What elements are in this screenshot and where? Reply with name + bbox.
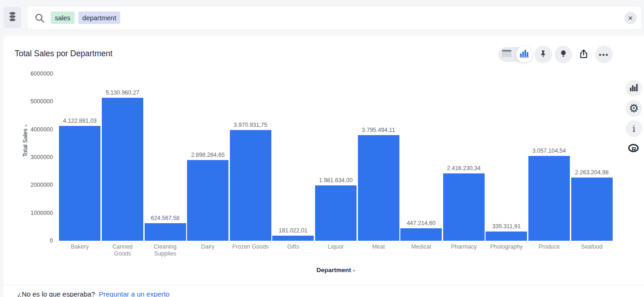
bar-slot: 3.795.494,11 xyxy=(357,74,400,241)
data-source-button[interactable] xyxy=(4,7,21,28)
bar-slot: 2.263.204,98 xyxy=(570,74,613,241)
bar-value-label: 3.970.931,75 xyxy=(234,122,267,128)
bar-slot: 1.981.634,00 xyxy=(315,74,357,241)
top-bar: sales department ✕ xyxy=(0,0,644,36)
bar-value-label: 5.130.960,27 xyxy=(105,89,139,96)
x-axis-category-label[interactable]: Produce xyxy=(528,244,571,257)
bar-photography[interactable] xyxy=(486,232,527,241)
bar-value-label: 3.795.494,11 xyxy=(362,127,395,133)
viz-type-toggle xyxy=(498,47,532,62)
y-axis-tick: 5000000 xyxy=(4,98,53,105)
database-icon xyxy=(8,12,17,24)
bar-value-label: 1.981.634,00 xyxy=(319,177,352,184)
feedback-footer: ¿No es lo que esperaba? Preguntar a un e… xyxy=(18,290,170,297)
x-axis-category-label[interactable]: Seafood xyxy=(570,244,613,257)
bar-slot: 4.122.881,03 xyxy=(59,74,101,241)
x-axis-category-label[interactable]: Pharmacy xyxy=(442,244,485,257)
clear-search-button[interactable]: ✕ xyxy=(624,12,637,24)
chart-config-button[interactable] xyxy=(626,80,642,96)
y-axis-tick: 6000000 xyxy=(4,71,53,77)
x-axis-category-label[interactable]: Frozen Goods xyxy=(229,244,272,257)
y-axis-tick: 4000000 xyxy=(4,126,53,133)
settings-button[interactable]: ⚙ xyxy=(626,100,642,117)
svg-text:R: R xyxy=(632,146,636,153)
bar-medical[interactable] xyxy=(400,228,442,241)
bar-slot: 624.567,58 xyxy=(144,74,187,241)
ellipsis-icon: ••• xyxy=(599,51,609,59)
answer-toolbar: ••• xyxy=(498,46,613,63)
bar-value-label: 447.214,60 xyxy=(407,220,436,226)
info-button[interactable]: i xyxy=(626,120,642,137)
bar-chart-plot: 4.122.881,035.130.960,27624.567,582.898.… xyxy=(59,74,613,241)
x-axis-category-label[interactable]: Photography xyxy=(485,244,528,257)
info-icon: i xyxy=(632,124,635,134)
table-view-button[interactable] xyxy=(498,50,515,59)
pin-icon xyxy=(539,49,548,60)
r-analysis-button[interactable]: R xyxy=(626,141,642,157)
search-token-sales[interactable]: sales xyxy=(51,12,75,24)
search-token-department[interactable]: department xyxy=(78,12,120,24)
bar-value-label: 4.122.881,03 xyxy=(63,118,97,124)
answer-panel: Total Sales por Department xyxy=(4,36,644,297)
bar-chart-icon xyxy=(630,83,638,93)
x-axis-category-label[interactable]: Canned Goods xyxy=(101,244,144,257)
y-axis-tick: 2000000 xyxy=(4,182,53,188)
bar-bakery[interactable] xyxy=(59,126,100,241)
bar-chart-icon xyxy=(520,49,529,59)
spotiq-button[interactable] xyxy=(555,46,572,63)
right-rail: ⚙ i R xyxy=(626,80,642,157)
table-icon xyxy=(502,50,511,59)
bar-value-label: 2.263.204,98 xyxy=(575,169,609,176)
bar-slot: 2.416.230,34 xyxy=(442,74,485,241)
bar-produce[interactable] xyxy=(528,156,570,241)
chart-view-button[interactable] xyxy=(516,46,533,63)
chart-title: Total Sales por Department xyxy=(15,49,112,59)
share-button[interactable] xyxy=(575,46,592,63)
ask-expert-link[interactable]: Preguntar a un experto xyxy=(99,290,169,297)
x-axis-title[interactable]: Department▾ xyxy=(59,267,613,273)
r-logo-icon: R xyxy=(628,143,640,155)
bar-liquor[interactable] xyxy=(315,185,357,241)
more-options-button[interactable]: ••• xyxy=(595,46,613,63)
y-axis-ticks: 0100000020000003000000400000050000006000… xyxy=(4,74,53,241)
search-icon xyxy=(34,12,45,24)
bar-slot: 181.022,01 xyxy=(272,74,315,241)
x-axis-labels: BakeryCanned GoodsCleaning SuppliesDairy… xyxy=(59,244,613,257)
bar-value-label: 2.898.284,65 xyxy=(191,152,225,158)
bar-seafood[interactable] xyxy=(571,178,613,241)
x-axis-category-label[interactable]: Dairy xyxy=(187,244,229,257)
bar-value-label: 2.416.230,34 xyxy=(447,165,480,172)
x-axis-category-label[interactable]: Gifts xyxy=(272,244,315,257)
bar-pharmacy[interactable] xyxy=(443,173,485,241)
chevron-down-icon: ▾ xyxy=(353,268,355,273)
search-bar[interactable]: sales department ✕ xyxy=(28,6,641,29)
x-axis-category-label[interactable]: Cleaning Supplies xyxy=(144,244,187,257)
bar-slot: 3.970.931,75 xyxy=(229,74,272,241)
bar-value-label: 335.311,91 xyxy=(492,223,521,230)
bar-slot: 335.311,91 xyxy=(485,74,528,241)
bar-cleaning-supplies[interactable] xyxy=(145,223,186,241)
bar-meat[interactable] xyxy=(358,135,399,241)
bar-value-label: 3.057.104,54 xyxy=(533,148,566,154)
bar-dairy[interactable] xyxy=(187,160,228,241)
footer-divider xyxy=(4,285,644,285)
y-axis-tick: 1000000 xyxy=(4,210,53,216)
y-axis-tick: 0 xyxy=(4,238,53,244)
bar-slot: 447.214,60 xyxy=(400,74,443,241)
bar-gifts[interactable] xyxy=(272,236,314,241)
bar-value-label: 181.022,01 xyxy=(279,227,308,234)
bar-canned-goods[interactable] xyxy=(102,98,143,241)
y-axis-tick: 3000000 xyxy=(4,154,53,160)
x-axis-category-label[interactable]: Bakery xyxy=(59,244,101,257)
bar-slot: 3.057.104,54 xyxy=(528,74,571,241)
bar-slot: 2.898.284,65 xyxy=(187,74,229,241)
feedback-question: ¿No es lo que esperaba? xyxy=(18,290,95,297)
x-axis-category-label[interactable]: Liquor xyxy=(315,244,357,257)
share-icon xyxy=(579,49,589,60)
pin-button[interactable] xyxy=(534,46,552,63)
lightbulb-icon xyxy=(559,49,568,60)
bar-frozen-goods[interactable] xyxy=(230,130,271,241)
x-axis-category-label[interactable]: Medical xyxy=(400,244,443,257)
gear-icon: ⚙ xyxy=(629,103,639,114)
x-axis-category-label[interactable]: Meat xyxy=(357,244,400,257)
